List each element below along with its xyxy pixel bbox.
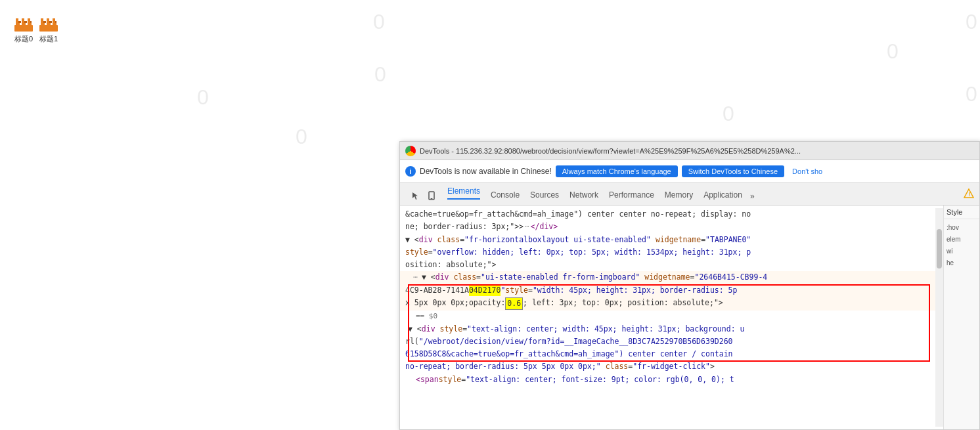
- svg-rect-16: [53, 18, 55, 22]
- tab-application[interactable]: Application: [698, 186, 747, 205]
- warning-icon: !: [964, 188, 974, 199]
- expand-dots[interactable]: ⋯: [413, 272, 418, 283]
- svg-rect-18: [49, 21, 52, 23]
- tab-sources[interactable]: Sources: [525, 186, 564, 205]
- html-line-7: 4C9-AB28-7141A 04D2170 " style ="width: …: [400, 284, 943, 297]
- svg-rect-7: [18, 21, 21, 23]
- devtools-titlebar: DevTools - 115.236.32.92:8080/webroot/de…: [400, 142, 979, 160]
- btn-switch-chinese[interactable]: Switch DevTools to Chinese: [682, 165, 784, 177]
- tab-item-0[interactable]: 标题0: [13, 12, 34, 44]
- tab-network[interactable]: Network: [564, 186, 604, 205]
- html-lines: &cache=true&op=fr_attach&cmd=ah_image") …: [400, 208, 943, 427]
- castle-icon-1: [38, 12, 59, 33]
- svg-rect-19: [55, 21, 56, 23]
- tab-elements[interactable]: Elements: [442, 183, 485, 205]
- faint-zero: 0: [197, 85, 209, 110]
- devtools-panel: DevTools - 115.236.32.92:8080/webroot/de…: [399, 141, 980, 430]
- svg-rect-9: [30, 21, 32, 23]
- warning-icon-btn[interactable]: !: [958, 184, 979, 205]
- faint-zero: 0: [723, 102, 734, 126]
- info-icon: i: [405, 166, 416, 177]
- tab-performance[interactable]: Performance: [604, 186, 659, 205]
- faint-zero: 0: [966, 82, 977, 106]
- btn-match-language[interactable]: Always match Chrome's language: [556, 165, 678, 177]
- svg-rect-8: [24, 21, 27, 23]
- html-line-2: ne; border-radius: 3px;">> ⋯ </div>: [400, 221, 943, 233]
- faint-zero: 0: [887, 39, 899, 64]
- styles-panel-label: Style: [944, 205, 979, 219]
- tab-item-1[interactable]: 标题1: [38, 12, 59, 44]
- faint-zero: 0: [374, 62, 386, 87]
- styles-sub-labels: :hov elem wi he: [947, 222, 977, 269]
- html-line-dollar: == $0: [400, 311, 943, 323]
- tab-memory[interactable]: Memory: [659, 186, 698, 205]
- html-line-6: ⋯ ▼ <div class="ui-state-enabled fr-form…: [400, 271, 943, 284]
- html-line-5: osition: absolute;">: [400, 259, 943, 271]
- html-line-13: <span style ="text-align: center; font-s…: [400, 374, 943, 386]
- lang-notification-bar: i DevTools is now available in Chinese! …: [400, 160, 979, 183]
- devtools-tabs-bar: Elements Console Sources Network Perform…: [400, 183, 979, 205]
- btn-dont-show[interactable]: Don't sho: [788, 165, 826, 177]
- tab-console[interactable]: Console: [485, 186, 525, 205]
- tab-bar: 标题0 标题1: [13, 12, 59, 44]
- devtools-title: DevTools - 115.236.32.92:8080/webroot/de…: [420, 147, 801, 155]
- html-line-11: 6158D58C8&cache=true&op=fr_attach&cmd=ah…: [400, 348, 943, 360]
- mobile-icon-btn[interactable]: [425, 189, 438, 202]
- scrollbar-thumb[interactable]: [937, 229, 942, 269]
- html-line-4: style="overflow: hidden; left: 0px; top:…: [400, 246, 943, 259]
- dollar-zero-indicator: == $0: [416, 311, 437, 322]
- faint-zero: 0: [296, 125, 307, 149]
- chrome-icon: [405, 146, 416, 156]
- scrollbar-track: [935, 208, 943, 427]
- cursor-icon: [411, 191, 420, 200]
- mobile-icon: [427, 191, 436, 200]
- tab-icons-area: [405, 186, 442, 205]
- faint-zero: 0: [966, 10, 977, 34]
- opacity-value[interactable]: 0.6: [505, 297, 523, 310]
- tab-label-0: 标题0: [14, 34, 33, 44]
- svg-text:!: !: [969, 191, 971, 198]
- html-line-8: x 5px 0px 0px; opacity: 0.6 ; left: 3px;…: [400, 297, 943, 311]
- lang-info-text: DevTools is now available in Chinese!: [420, 167, 552, 176]
- devtools-content: &cache=true&op=fr_attach&cmd=ah_image") …: [400, 205, 979, 429]
- main-page: 0 0 0 0 0 0 0 0 标题0: [0, 0, 980, 430]
- more-tabs-btn[interactable]: »: [747, 188, 757, 205]
- html-line-9: ▼ <div style="text-align: center; width:…: [400, 323, 943, 335]
- svg-rect-4: [16, 18, 18, 22]
- devtools-styles-panel: Style :hov elem wi he: [943, 205, 979, 429]
- devtools-html-panel: &cache=true&op=fr_attach&cmd=ah_image") …: [400, 205, 943, 429]
- html-line-3: ▼ <div class="fr-horizontalboxlayout ui-…: [400, 234, 943, 246]
- tab-label-1: 标题1: [39, 34, 58, 44]
- faint-zero: 0: [373, 10, 385, 34]
- cursor-icon-btn[interactable]: [409, 189, 422, 202]
- castle-icon-0: [13, 12, 34, 33]
- svg-rect-21: [431, 198, 433, 199]
- svg-rect-15: [47, 18, 49, 22]
- svg-rect-17: [43, 21, 46, 23]
- html-line-1: &cache=true&op=fr_attach&cmd=ah_image") …: [400, 208, 943, 221]
- html-line-12: no-repeat; border-radius: 5px 5px 0px 0p…: [400, 360, 943, 373]
- svg-rect-6: [28, 18, 30, 22]
- styles-panel-content: :hov elem wi he: [944, 219, 979, 272]
- svg-rect-5: [22, 18, 24, 22]
- html-line-10: rl("/webroot/decision/view/form?id=__Ima…: [400, 335, 943, 348]
- svg-rect-14: [41, 18, 43, 22]
